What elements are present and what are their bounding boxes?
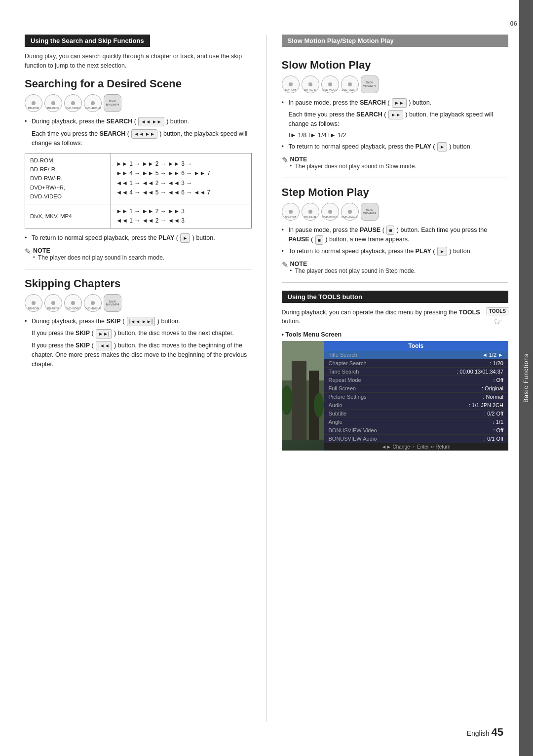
skip-btn-icon: |◄◄ ►►|: [127, 317, 155, 326]
tools-row-value-0: ◄ 1/2 ►: [482, 352, 503, 358]
slow-disc-divx: DivX/MKV/MP4: [361, 76, 379, 93]
step-disc-dvdvideo: DVD-VIDEO: [321, 203, 339, 221]
svg-rect-3: [292, 361, 306, 440]
searching-para1: Each time you press the SEARCH ( ◄◄ ►► )…: [32, 129, 252, 148]
slow-speed-seq: I► 1/8 I► 1/4 I► 1/2: [289, 131, 509, 140]
speed-table-row2: DivX, MKV, MP4 ►► 1 → ►► 2 → ►► 3 ◄◄ 1 →…: [25, 204, 252, 228]
tools-menu-title: Tools: [324, 341, 509, 351]
tools-intro: During playback, you can operate the dis…: [282, 308, 482, 327]
page-number: 45: [492, 726, 503, 738]
step-note: ✎ NOTE The player does not play sound in…: [282, 260, 509, 274]
tools-menu-row-6: Audio : 1/1 JPN 2CH: [324, 401, 509, 410]
searching-bullet1: During playback, press the SEARCH ( ◄◄ ►…: [25, 117, 252, 126]
step-motion-title: Step Motion Play: [282, 186, 509, 199]
note-label-step: NOTE: [290, 261, 307, 267]
skip-disc-icon-dvdvideo: DVD-VIDEO: [64, 294, 82, 312]
search-btn-icon: ◄◄ ►►: [138, 117, 164, 126]
note-icon-slow: ✎: [282, 155, 288, 165]
disc-icon-bdrom: BD-ROM: [25, 94, 42, 112]
step-disc-icons: BD-ROM BD-RE/-R DVD-VIDEO DVD+RW/+R DivX…: [282, 203, 509, 221]
step-disc-bdre: BD-RE/-R: [302, 203, 319, 221]
searching-note: ✎ NOTE The player does not play sound in…: [25, 247, 252, 261]
slow-step-header: Slow Motion Play/Step Motion Play: [282, 35, 509, 47]
step-disc-bdrom: BD-ROM: [282, 203, 300, 221]
tools-menu-screenshot: Tools Title Search ◄ 1/2 ► Chapter Searc…: [282, 341, 509, 451]
step-bullet1: In pause mode, press the PAUSE ( ■ ) but…: [282, 226, 509, 244]
step-pause-icon2: ■: [315, 235, 323, 245]
page-number-prefix: English: [467, 729, 490, 737]
skip-disc-icon-bdrom: BD-ROM: [25, 294, 42, 312]
tools-row-label-8: Angle: [329, 419, 343, 425]
note-content-step: The player does not play sound in Step m…: [290, 267, 416, 274]
note-icon-search: ✎: [25, 247, 31, 256]
tools-row-label-6: Audio: [329, 402, 343, 408]
slow-disc-bdrom: BD-ROM: [282, 76, 300, 93]
slow-disc-dvdvideo: DVD-VIDEO: [321, 76, 339, 93]
search-skip-header: Using the Search and Skip Functions: [25, 35, 150, 47]
note-content-slow: The player does not play sound in Slow m…: [290, 163, 417, 170]
tools-row-value-4: : Original: [482, 385, 503, 391]
tools-row-label-7: Subtitle: [329, 411, 347, 416]
slow-note: ✎ NOTE The player does not play sound in…: [282, 155, 509, 170]
searching-disc-icons: BD-ROM BD-RE/-R DVD-VIDEO DVD+RW/+R DivX…: [25, 94, 252, 112]
step-play-icon: ►: [437, 247, 447, 256]
note-text-slow: The player does not play sound in Slow m…: [290, 163, 417, 170]
tools-btn-label: TOOLS: [487, 307, 508, 315]
tools-row-value-1: : 1/20: [490, 360, 503, 366]
tools-menu-panel: Tools Title Search ◄ 1/2 ► Chapter Searc…: [324, 341, 509, 451]
speed-label2: DivX, MKV, MP4: [25, 204, 111, 228]
searching-bullets: During playback, press the SEARCH ( ◄◄ ►…: [25, 117, 252, 126]
slow-motion-title: Slow Motion Play: [282, 59, 509, 72]
skipping-bullets: During playback, press the SKIP ( |◄◄ ►►…: [25, 317, 252, 326]
divider1: [25, 269, 252, 269]
tools-menu-row-10: BONUSVIEW Audio : 0/1 Off: [324, 435, 509, 443]
note-icon-step: ✎: [282, 260, 288, 269]
tools-menu-row-2: Time Search : 00:00:13/01:34:37: [324, 368, 509, 376]
slow-play-icon: ►: [437, 142, 447, 151]
slow-bullets: In pause mode, press the SEARCH ( ►► ) b…: [282, 98, 509, 108]
slow-bullets2: To return to normal speed playback, pres…: [282, 142, 509, 151]
step-disc-divx: DivX/MKV/MP4: [361, 203, 379, 221]
play-btn-icon: ►: [180, 233, 190, 243]
skipping-para2: If you press the SKIP ( |◄◄ ) button, th…: [32, 341, 252, 369]
tools-menu-bg-image: [282, 341, 324, 451]
tools-menu-footer: ◄► Change ☞ Enter ↩ Return: [324, 443, 509, 451]
skip-prev-icon: |◄◄: [96, 341, 112, 350]
skip-next-icon: ►►|: [96, 329, 112, 339]
skip-disc-icon-bdre: BD-RE/-R: [44, 294, 62, 312]
tools-row-label-0: Title Search: [329, 352, 357, 358]
tools-intro-wrapper: During playback, you can operate the dis…: [282, 308, 509, 327]
tools-hand-icon: ☞: [494, 316, 502, 327]
note-text-step: The player does not play sound in Step m…: [290, 267, 416, 274]
speed-table: BD-ROM,BD-RE/-R,DVD-RW/-R,DVD+RW/+R,DVD-…: [25, 153, 252, 228]
slow-disc-bdre: BD-RE/-R: [302, 76, 319, 93]
tools-menu-row-4: Full Screen : Original: [324, 384, 509, 393]
step-disc-dvdplusrw: DVD+RW/+R: [341, 203, 359, 221]
tools-row-label-10: BONUSVIEW Audio: [329, 436, 377, 442]
slow-para1: Each time you press the SEARCH ( ►► ) bu…: [289, 110, 509, 129]
sidebar-tab: Basic Functions: [519, 0, 533, 756]
divider2: [282, 178, 509, 178]
tools-row-label-4: Full Screen: [329, 385, 356, 391]
searching-bullet2: To return to normal speed playback, pres…: [25, 233, 252, 243]
disc-icon-dvdplusrw: DVD+RW/+R: [84, 94, 102, 112]
skip-disc-icon-divx: DivX/MKV/MP4: [104, 294, 121, 312]
skipping-title: Skipping Chapters: [25, 277, 252, 290]
slow-bullet2: To return to normal speed playback, pres…: [282, 142, 509, 151]
left-column: Using the Search and Skip Functions Duri…: [25, 35, 267, 721]
disc-icon-bdre: BD-RE/-R: [44, 94, 62, 112]
disc-icon-dvd-video: DVD-VIDEO: [64, 94, 82, 112]
tools-header: Using the TOOLS button: [282, 291, 509, 303]
tools-row-value-10: : 0/1 Off: [484, 436, 503, 442]
tools-menu-row-8: Angle : 1/1: [324, 418, 509, 426]
speed-value2: ►► 1 → ►► 2 → ►► 3 ◄◄ 1 → ◄◄ 2 → ◄◄ 3: [111, 204, 251, 228]
tools-row-label-9: BONUSVIEW Video: [329, 427, 377, 433]
tools-row-value-6: : 1/1 JPN 2CH: [469, 402, 503, 408]
skipping-bullet1: During playback, press the SKIP ( |◄◄ ►►…: [25, 317, 252, 326]
right-column: Slow Motion Play/Step Motion Play Slow M…: [267, 35, 509, 721]
searching-bullets2: To return to normal speed playback, pres…: [25, 233, 252, 243]
tools-menu-row-1: Chapter Search : 1/20: [324, 359, 509, 368]
tools-row-value-9: : Off: [493, 427, 503, 433]
note-label-slow: NOTE: [290, 156, 307, 163]
slow-search-icon2: ►►: [388, 110, 403, 119]
